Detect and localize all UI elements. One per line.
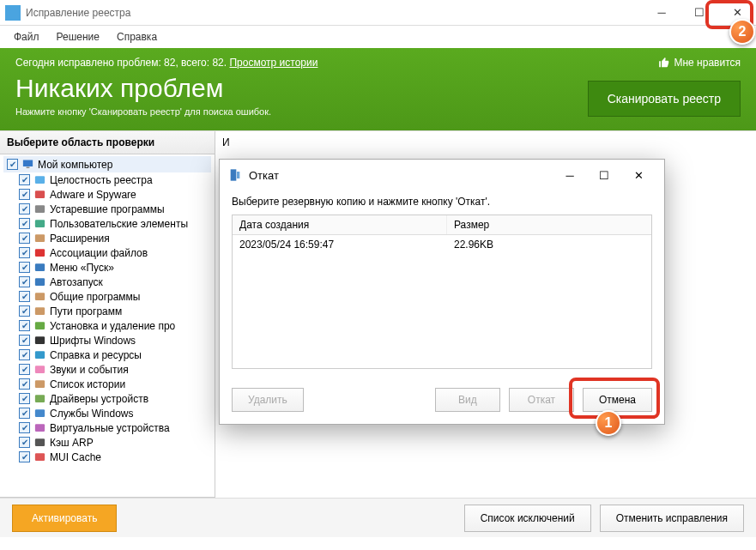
tree-item[interactable]: ✔Драйверы устройств <box>3 391 211 406</box>
tree-item-label: Пользовательские элементы <box>50 218 188 230</box>
checkbox-icon[interactable]: ✔ <box>19 378 30 390</box>
tree-item[interactable]: ✔Автозапуск <box>3 275 211 289</box>
tree-item[interactable]: ✔Устаревшие программы <box>3 202 211 216</box>
checkbox-icon[interactable]: ✔ <box>19 437 30 448</box>
tree-item[interactable]: ✔Пользовательские элементы <box>3 216 211 231</box>
tree-item[interactable]: ✔Звуки и события <box>3 362 211 377</box>
menubar: Файл Решение Справка <box>0 26 756 48</box>
menu-help[interactable]: Справка <box>108 27 166 46</box>
tree-item[interactable]: ✔Расширения <box>3 231 211 245</box>
tree-item[interactable]: ✔Службы Windows <box>3 406 211 420</box>
svg-rect-20 <box>35 438 45 446</box>
tree-item[interactable]: ✔Меню «Пуск» <box>3 260 211 275</box>
menu-file[interactable]: Файл <box>5 27 48 46</box>
category-icon <box>33 217 46 230</box>
checkbox-icon[interactable]: ✔ <box>19 247 30 258</box>
checkbox-icon[interactable]: ✔ <box>19 189 30 200</box>
checkbox-icon[interactable]: ✔ <box>7 159 18 170</box>
tree-item-label: Установка и удаление про <box>50 320 175 332</box>
content-header-fragment: И <box>222 136 230 148</box>
checkbox-icon[interactable]: ✔ <box>19 174 30 185</box>
menu-solution[interactable]: Решение <box>48 27 108 46</box>
backup-table[interactable]: Дата создания Размер 2023/05/24 16:59:47… <box>232 215 652 369</box>
delete-button[interactable]: Удалить <box>232 388 304 412</box>
tree-item-label: Звуки и события <box>50 364 129 376</box>
checkbox-icon[interactable]: ✔ <box>19 218 30 229</box>
checkbox-icon[interactable]: ✔ <box>19 276 30 287</box>
dialog-maximize-button[interactable]: ☐ <box>587 162 621 188</box>
tree-root[interactable]: ✔ Мой компьютер <box>3 156 211 172</box>
category-icon <box>33 232 46 245</box>
checkbox-icon[interactable]: ✔ <box>19 393 30 404</box>
rollback-button[interactable]: Откат <box>509 388 574 412</box>
dialog-minimize-button[interactable]: ─ <box>553 162 587 188</box>
svg-rect-19 <box>35 424 45 432</box>
checkbox-icon[interactable]: ✔ <box>19 335 30 346</box>
tree-item[interactable]: ✔Целостность реестра <box>3 172 211 187</box>
svg-rect-15 <box>35 366 45 373</box>
col-date: Дата создания <box>233 215 447 234</box>
category-icon <box>33 246 46 259</box>
svg-rect-12 <box>35 322 45 329</box>
tree-item[interactable]: ✔MUI Cache <box>3 450 211 464</box>
maximize-button[interactable]: ☐ <box>680 0 718 26</box>
svg-rect-21 <box>35 453 45 461</box>
checkbox-icon[interactable]: ✔ <box>19 305 30 317</box>
like-button[interactable]: Мне нравится <box>658 57 741 69</box>
tree-item[interactable]: ✔Шрифты Windows <box>3 333 211 348</box>
checkbox-icon[interactable]: ✔ <box>19 422 30 433</box>
tree-item[interactable]: ✔Список истории <box>3 377 211 391</box>
dialog-instruction: Выберите резервную копию и нажмите кнопк… <box>232 196 652 208</box>
rollback-icon <box>228 168 242 182</box>
checkbox-icon[interactable]: ✔ <box>19 408 30 419</box>
view-button[interactable]: Вид <box>435 388 500 412</box>
cell-size: 22.96KB <box>447 235 500 254</box>
undo-fixes-button[interactable]: Отменить исправления <box>600 505 744 532</box>
tree-item[interactable]: ✔Виртуальные устройства <box>3 420 211 435</box>
svg-rect-14 <box>35 351 45 359</box>
activate-button[interactable]: Активировать <box>12 505 117 532</box>
dialog-close-button[interactable]: ✕ <box>621 162 656 188</box>
svg-rect-7 <box>35 249 45 257</box>
scan-button[interactable]: Сканировать реестр <box>588 81 741 117</box>
svg-rect-18 <box>35 409 45 417</box>
exclusions-button[interactable]: Список исключений <box>464 505 591 532</box>
tree-item[interactable]: ✔Ассоциации файлов <box>3 245 211 260</box>
tree-item[interactable]: ✔Общие программы <box>3 289 211 304</box>
cancel-button[interactable]: Отмена <box>583 388 652 412</box>
minimize-button[interactable]: ─ <box>643 0 680 26</box>
dialog-body: Выберите резервную копию и нажмите кнопк… <box>220 190 664 379</box>
checkbox-icon[interactable]: ✔ <box>19 320 30 331</box>
category-icon <box>33 450 46 463</box>
svg-rect-22 <box>231 169 237 180</box>
tree-item[interactable]: ✔Кэш ARP <box>3 435 211 450</box>
category-icon <box>33 173 46 186</box>
tree-item-label: Устаревшие программы <box>50 203 165 215</box>
tree-item-label: Шрифты Windows <box>50 335 136 347</box>
tree-item[interactable]: ✔Справка и ресурсы <box>3 348 211 362</box>
checkbox-icon[interactable]: ✔ <box>19 233 30 244</box>
checkbox-icon[interactable]: ✔ <box>19 451 30 462</box>
table-row[interactable]: 2023/05/24 16:59:47 22.96KB <box>233 235 651 254</box>
tree-item[interactable]: ✔Установка и удаление про <box>3 318 211 333</box>
svg-rect-8 <box>35 263 45 271</box>
checkbox-icon[interactable]: ✔ <box>19 291 30 302</box>
svg-rect-1 <box>27 167 30 168</box>
checkbox-icon[interactable]: ✔ <box>19 262 30 273</box>
tree-item[interactable]: ✔Adware и Spyware <box>3 187 211 202</box>
stats-line: Сегодня исправлено проблем: 82, всего: 8… <box>15 57 741 69</box>
category-icon <box>33 188 46 201</box>
checkbox-icon[interactable]: ✔ <box>19 364 30 375</box>
history-link[interactable]: Просмотр истории <box>229 57 318 69</box>
svg-rect-17 <box>35 395 45 402</box>
svg-rect-16 <box>35 380 45 388</box>
scan-tree[interactable]: ✔ Мой компьютер ✔Целостность реестра✔Adw… <box>0 154 215 498</box>
svg-rect-6 <box>35 234 45 242</box>
tree-item-label: Автозапуск <box>50 276 103 288</box>
annotation-badge-1: 1 <box>596 410 621 436</box>
tree-item[interactable]: ✔Пути программ <box>3 304 211 318</box>
category-icon <box>33 305 46 317</box>
tree-item-label: Adware и Spyware <box>50 189 136 201</box>
checkbox-icon[interactable]: ✔ <box>19 203 30 215</box>
checkbox-icon[interactable]: ✔ <box>19 349 30 360</box>
